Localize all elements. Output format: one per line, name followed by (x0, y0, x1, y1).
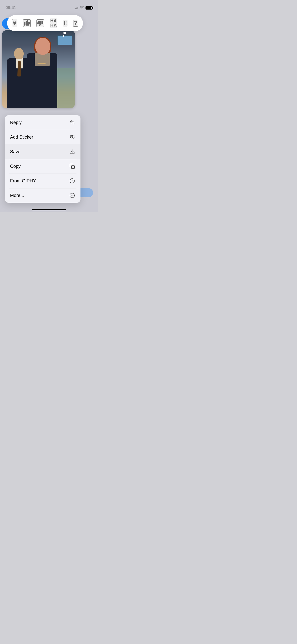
more-icon (69, 192, 75, 199)
menu-item-reply-label: Reply (10, 120, 22, 125)
menu-item-save-label: Save (10, 149, 20, 154)
reaction-heart[interactable]: ♥ (12, 19, 17, 27)
menu-item-from-giphy[interactable]: From GIPHY (5, 174, 80, 188)
menu-item-more-label: More... (10, 193, 24, 198)
home-indicator (32, 209, 66, 210)
reaction-thumbsup[interactable] (23, 19, 31, 27)
menu-item-more[interactable]: More... (5, 188, 80, 203)
sticker-icon (69, 134, 75, 140)
message-image (2, 30, 75, 108)
reaction-emphasize[interactable]: ‼ (63, 20, 67, 26)
reaction-thumbsdown[interactable] (36, 19, 44, 27)
svg-rect-5 (70, 153, 74, 153)
save-icon (69, 148, 75, 155)
reaction-question[interactable]: ? (73, 20, 78, 27)
menu-item-copy[interactable]: Copy (5, 159, 80, 174)
svg-point-12 (72, 195, 72, 196)
menu-item-giphy-label: From GIPHY (10, 178, 36, 184)
menu-item-reply[interactable]: Reply (5, 115, 80, 130)
svg-rect-6 (71, 166, 74, 169)
menu-item-copy-label: Copy (10, 164, 21, 169)
reaction-tail-large (63, 32, 66, 34)
reaction-bar: ♥ HAHA ‼ ? (7, 15, 83, 31)
reaction-haha[interactable]: HAHA (50, 18, 57, 28)
scully-figure (22, 38, 62, 108)
svg-point-11 (71, 195, 71, 196)
svg-point-13 (73, 195, 73, 196)
copy-icon (69, 163, 75, 170)
menu-item-add-sticker[interactable]: Add Sticker (5, 130, 80, 144)
menu-item-sticker-label: Add Sticker (10, 135, 33, 140)
reaction-tail-small (63, 35, 64, 37)
reply-icon (69, 119, 75, 126)
context-menu: Reply Add Sticker (5, 115, 80, 203)
battery-icon (86, 6, 93, 10)
content-area: ♥ HAHA ‼ ? (0, 12, 98, 212)
menu-item-save[interactable]: Save (5, 144, 80, 159)
giphy-icon (69, 178, 75, 184)
